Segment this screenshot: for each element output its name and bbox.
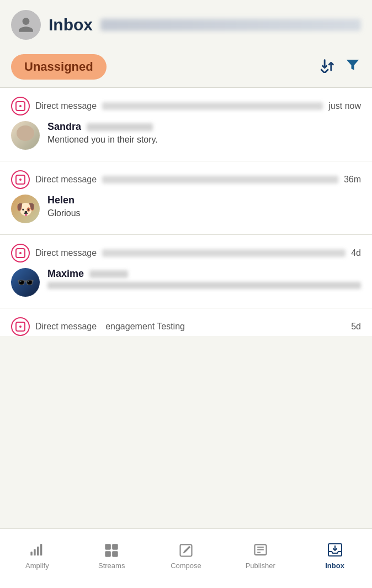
message-meta: Direct message engagement Testing 5d <box>11 317 361 336</box>
sort-icon[interactable] <box>320 57 336 77</box>
sender-avatar: 🕶️ <box>11 268 40 297</box>
instagram-icon <box>11 317 30 336</box>
sender-name: Maxime <box>47 268 84 280</box>
message-body: Sandra Mentioned you in their story. <box>11 121 361 150</box>
message-source-text: engagement Testing <box>105 322 185 332</box>
message-source-blur <box>102 102 323 110</box>
svg-rect-4 <box>105 544 111 550</box>
bottom-nav: Amplify Streams Compose Publisher <box>0 528 372 588</box>
message-preview: Glorious <box>47 208 81 218</box>
sender-avatar: 🐶 <box>11 195 40 223</box>
instagram-icon <box>11 97 30 116</box>
user-info: Maxime <box>47 268 361 289</box>
message-body: 🕶️ Maxime <box>11 268 361 297</box>
inbox-icon <box>327 543 343 558</box>
header: Inbox <box>0 0 372 48</box>
nav-label-publisher: Publisher <box>246 561 275 570</box>
message-type: Direct message <box>35 248 97 258</box>
user-name-row: Sandra <box>47 121 361 133</box>
header-subtitle-blur <box>100 19 361 31</box>
message-body: 🐶 Helen Glorious <box>11 195 361 223</box>
message-type: Direct message <box>35 175 97 185</box>
nav-label-inbox: Inbox <box>325 561 344 570</box>
svg-rect-0 <box>31 552 33 555</box>
filter-icons <box>320 57 361 77</box>
message-source-blur <box>102 249 346 257</box>
nav-label-compose: Compose <box>171 561 201 570</box>
nav-item-publisher[interactable]: Publisher <box>223 529 297 588</box>
filter-icon[interactable] <box>344 57 361 77</box>
nav-label-amplify: Amplify <box>25 561 49 570</box>
nav-item-streams[interactable]: Streams <box>75 529 149 588</box>
nav-item-compose[interactable]: Compose <box>149 529 224 588</box>
message-item[interactable]: Direct message 36m 🐶 Helen Glorious <box>0 161 372 235</box>
user-name-row: Helen <box>47 195 361 206</box>
message-meta: Direct message 36m <box>11 170 361 189</box>
svg-rect-3 <box>40 544 42 555</box>
sender-name: Helen <box>47 195 75 206</box>
message-preview: Mentioned you in their story. <box>47 135 158 144</box>
message-time: 5d <box>351 322 361 332</box>
svg-rect-6 <box>105 551 111 557</box>
svg-rect-7 <box>112 551 118 557</box>
message-time: 36m <box>344 175 361 185</box>
svg-rect-2 <box>37 547 39 555</box>
sender-name: Sandra <box>47 121 81 133</box>
message-time: 4d <box>351 248 361 258</box>
nav-label-streams: Streams <box>98 561 125 570</box>
message-meta: Direct message 4d <box>11 244 361 262</box>
compose-icon <box>178 543 194 558</box>
sender-avatar <box>11 121 40 150</box>
user-info: Helen Glorious <box>47 195 361 218</box>
message-preview-blur <box>47 282 361 289</box>
message-item[interactable]: Direct message just now Sandra Mentioned… <box>0 88 372 161</box>
message-source-blur <box>102 176 338 183</box>
page-title: Inbox <box>49 15 93 34</box>
message-type: Direct message <box>35 322 97 332</box>
svg-rect-1 <box>34 549 36 556</box>
svg-rect-5 <box>112 544 118 550</box>
instagram-icon <box>11 170 30 189</box>
message-type: Direct message <box>35 101 97 111</box>
publisher-icon <box>253 543 268 558</box>
amplify-icon <box>29 543 45 558</box>
user-avatar <box>11 10 41 40</box>
user-info: Sandra Mentioned you in their story. <box>47 121 361 145</box>
user-name-row: Maxime <box>47 268 361 280</box>
user-handle-blur <box>87 123 153 131</box>
instagram-icon <box>11 244 30 262</box>
nav-item-inbox[interactable]: Inbox <box>297 529 372 588</box>
message-item-partial[interactable]: Direct message engagement Testing 5d <box>0 308 372 336</box>
message-time: just now <box>328 101 361 111</box>
message-meta: Direct message just now <box>11 97 361 116</box>
streams-icon <box>104 543 119 558</box>
message-item[interactable]: Direct message 4d 🕶️ Maxime <box>0 235 372 308</box>
nav-item-amplify[interactable]: Amplify <box>0 529 75 588</box>
person-icon <box>17 16 35 34</box>
filter-bar: Unassigned <box>0 48 372 87</box>
unassigned-button[interactable]: Unassigned <box>11 54 107 80</box>
user-handle-blur <box>89 270 128 278</box>
